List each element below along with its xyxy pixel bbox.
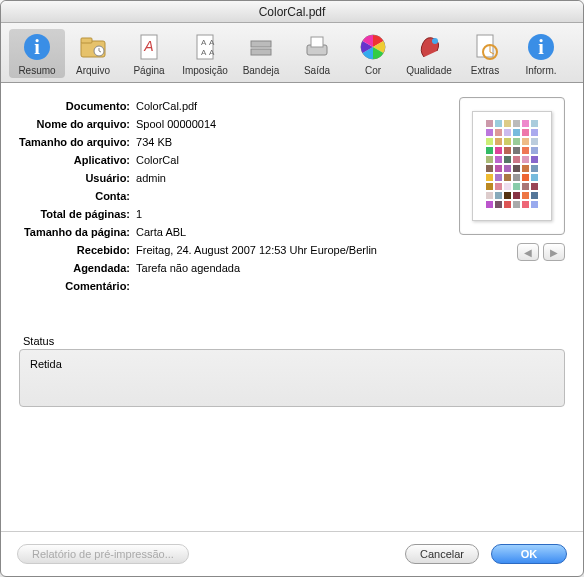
svg-text:A: A: [201, 48, 207, 57]
color-swatch: [522, 147, 529, 154]
ok-button[interactable]: OK: [491, 544, 567, 564]
color-swatch: [522, 183, 529, 190]
page-icon: A: [133, 31, 165, 63]
svg-text:A: A: [209, 38, 215, 47]
prev-page-button[interactable]: ◀: [517, 243, 539, 261]
toolbar-item-extras[interactable]: Extras: [457, 29, 513, 78]
color-swatch: [513, 138, 520, 145]
impose-icon: AAAA: [189, 31, 221, 63]
info-row: Tamanho do arquivo:734 KB: [19, 133, 377, 151]
color-swatch: [522, 165, 529, 172]
color-swatch: [504, 156, 511, 163]
info-value: ColorCal: [136, 151, 377, 169]
info-label: Tamanho do arquivo:: [19, 133, 136, 151]
color-swatch: [513, 192, 520, 199]
report-button[interactable]: Relatório de pré-impressão...: [17, 544, 189, 564]
info-label: Documento:: [19, 97, 136, 115]
color-swatch: [495, 129, 502, 136]
info-value: [136, 277, 377, 295]
info-row: Nome do arquivo:Spool 00000014: [19, 115, 377, 133]
color-swatch: [504, 147, 511, 154]
toolbar-item-label: Resumo: [18, 65, 55, 76]
color-swatch: [486, 156, 493, 163]
folder-icon: [77, 31, 109, 63]
quality-icon: [413, 31, 445, 63]
content-area: Documento:ColorCal.pdfNome do arquivo:Sp…: [1, 83, 583, 531]
color-swatch: [531, 156, 538, 163]
info-row: Agendada:Tarefa não agendada: [19, 259, 377, 277]
color-swatch: [513, 147, 520, 154]
color-swatch-grid: [486, 120, 538, 208]
toolbar-item-label: Página: [133, 65, 164, 76]
color-swatch: [531, 165, 538, 172]
color-swatch: [531, 120, 538, 127]
cancel-button[interactable]: Cancelar: [405, 544, 479, 564]
color-swatch: [522, 174, 529, 181]
info-label: Agendada:: [19, 259, 136, 277]
color-swatch: [531, 183, 538, 190]
toolbar-item-saída[interactable]: Saída: [289, 29, 345, 78]
color-swatch: [504, 201, 511, 208]
next-page-button[interactable]: ▶: [543, 243, 565, 261]
color-swatch: [522, 192, 529, 199]
color-icon: [357, 31, 389, 63]
color-swatch: [486, 165, 493, 172]
status-label: Status: [23, 335, 565, 347]
color-swatch: [504, 192, 511, 199]
svg-rect-15: [311, 37, 323, 47]
info-label: Conta:: [19, 187, 136, 205]
svg-rect-3: [81, 38, 92, 43]
toolbar-item-cor[interactable]: Cor: [345, 29, 401, 78]
toolbar-item-resumo[interactable]: iResumo: [9, 29, 65, 78]
extras-icon: [469, 31, 501, 63]
color-swatch: [513, 174, 520, 181]
color-swatch: [495, 183, 502, 190]
info-row: Conta:: [19, 187, 377, 205]
info-value: Tarefa não agendada: [136, 259, 377, 277]
output-icon: [301, 31, 333, 63]
svg-point-17: [432, 38, 438, 44]
svg-text:A: A: [143, 38, 153, 54]
toolbar-item-imposição[interactable]: AAAAImposição: [177, 29, 233, 78]
color-swatch: [513, 183, 520, 190]
toolbar-item-bandeja[interactable]: Bandeja: [233, 29, 289, 78]
toolbar-item-arquivo[interactable]: Arquivo: [65, 29, 121, 78]
color-swatch: [513, 156, 520, 163]
info-value: Freitag, 24. August 2007 12:53 Uhr Europ…: [136, 241, 377, 259]
toolbar-item-página[interactable]: APágina: [121, 29, 177, 78]
color-swatch: [495, 156, 502, 163]
color-swatch: [504, 138, 511, 145]
color-swatch: [522, 201, 529, 208]
status-value: Retida: [30, 358, 62, 370]
toolbar-item-qualidade[interactable]: Qualidade: [401, 29, 457, 78]
color-swatch: [513, 201, 520, 208]
info-label: Aplicativo:: [19, 151, 136, 169]
toolbar-item-label: Qualidade: [406, 65, 452, 76]
color-swatch: [504, 129, 511, 136]
info-label: Recebido:: [19, 241, 136, 259]
color-swatch: [486, 183, 493, 190]
info-label: Tamanho da página:: [19, 223, 136, 241]
svg-text:i: i: [34, 36, 40, 58]
toolbar-item-inform[interactable]: iInform.: [513, 29, 569, 78]
color-swatch: [504, 174, 511, 181]
color-swatch: [522, 120, 529, 127]
info-value: admin: [136, 169, 377, 187]
info-row: Recebido:Freitag, 24. August 2007 12:53 …: [19, 241, 377, 259]
preview-thumbnail: [472, 111, 552, 221]
inform-icon: i: [525, 31, 557, 63]
color-swatch: [486, 147, 493, 154]
color-swatch: [504, 183, 511, 190]
toolbar: iResumoArquivoAPáginaAAAAImposiçãoBandej…: [1, 23, 583, 83]
svg-rect-13: [251, 49, 271, 55]
toolbar-item-label: Cor: [365, 65, 381, 76]
color-swatch: [522, 138, 529, 145]
color-swatch: [531, 147, 538, 154]
toolbar-item-label: Extras: [471, 65, 499, 76]
preview-panel: [459, 97, 565, 235]
toolbar-item-label: Arquivo: [76, 65, 110, 76]
color-swatch: [531, 138, 538, 145]
info-value: 1: [136, 205, 377, 223]
color-swatch: [531, 174, 538, 181]
info-row: Tamanho da página:Carta ABL: [19, 223, 377, 241]
